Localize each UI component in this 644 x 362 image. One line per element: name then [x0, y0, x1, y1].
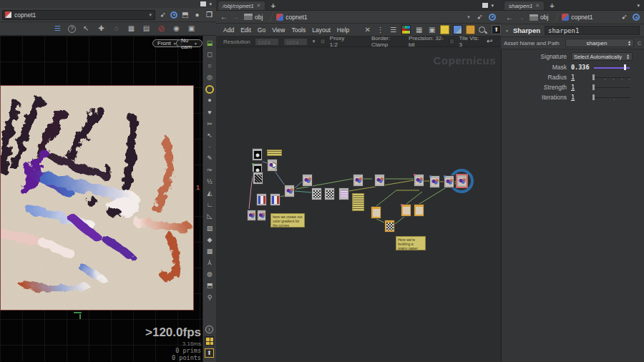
cop-node[interactable]: [284, 185, 295, 197]
camera-export-icon[interactable]: ⬆: [205, 348, 214, 358]
export-box-icon[interactable]: ⬆: [492, 25, 501, 34]
radius-slider[interactable]: [592, 74, 630, 81]
forward-arrow-icon[interactable]: →: [232, 13, 239, 21]
reset-arrow-icon[interactable]: ↩: [485, 37, 494, 47]
menu-tools[interactable]: Tools: [291, 26, 306, 34]
curve-draw-icon[interactable]: ◺: [205, 212, 214, 221]
gallery-icon[interactable]: [466, 25, 475, 34]
iterations-slider[interactable]: [592, 94, 630, 101]
lock-icon[interactable]: ◻: [205, 50, 214, 59]
tile-vis-checkbox[interactable]: [449, 39, 454, 44]
cop-node[interactable]: [270, 193, 280, 206]
forward-arrow-icon[interactable]: →: [517, 14, 525, 21]
cop-node[interactable]: [247, 210, 256, 221]
menu-go[interactable]: Go: [258, 26, 265, 34]
cop-node[interactable]: [302, 174, 313, 187]
menu-edit[interactable]: Edit: [240, 26, 251, 34]
cop-node[interactable]: [374, 174, 385, 187]
pane-menu-chevron-icon[interactable]: ▾: [209, 1, 212, 7]
tile-vis-label[interactable]: Tile Vis: 3: [459, 35, 481, 48]
node-list-icon[interactable]: ☰: [389, 25, 398, 34]
camera-menu-button[interactable]: No cam ▼: [176, 39, 203, 47]
sticky-note-paper[interactable]: Here we're building a grainy paper textu…: [396, 236, 426, 250]
cop-node[interactable]: [429, 175, 440, 188]
cop-node[interactable]: [253, 172, 263, 185]
perspective-cube-icon[interactable]: ⬒: [180, 10, 190, 19]
radial-menu-icon[interactable]: [633, 14, 640, 21]
help-icon[interactable]: ?: [68, 25, 76, 33]
grid-yellow-icon[interactable]: [205, 336, 214, 346]
breadcrumb-copnet[interactable]: copnet1: [273, 14, 310, 21]
menu-view[interactable]: View: [272, 26, 285, 34]
select-lasso-icon[interactable]: ◌: [112, 24, 121, 34]
viewport-path-select[interactable]: copnet1 ▼: [2, 10, 155, 20]
new-tab-button[interactable]: +: [550, 1, 554, 10]
floating-panel-icon[interactable]: ❐: [205, 10, 214, 19]
tripod-axis-icon[interactable]: ⅄: [205, 259, 214, 268]
viewport-canvas[interactable]: Front ▼ No cam ▼ 1 >120.0fps 3.16ms 0 pr…: [0, 36, 203, 362]
cop-node[interactable]: [401, 204, 411, 217]
iterations-value-field[interactable]: 1: [571, 94, 575, 101]
location-pin-icon[interactable]: ⚲: [205, 293, 214, 302]
menu-add[interactable]: Add: [223, 26, 234, 34]
network-canvas[interactable]: Copernicus here we create out color grad…: [216, 47, 501, 362]
asset-select[interactable]: sharpen ▲▼: [565, 39, 634, 47]
back-arrow-icon[interactable]: ←: [506, 14, 513, 21]
box-upload-icon[interactable]: ⬒: [205, 282, 214, 290]
pliers-tool-icon[interactable]: ✂: [205, 119, 214, 128]
node-name-field[interactable]: sharpen1: [545, 26, 640, 35]
render-flipbook-icon[interactable]: ◉: [172, 24, 181, 34]
chevron-down-icon[interactable]: ▼: [148, 13, 152, 17]
resolution-chevron-icon[interactable]: ▼: [312, 39, 316, 44]
collapse-chevron-icon[interactable]: ▼: [505, 29, 509, 33]
breadcrumb-obj[interactable]: obj: [241, 14, 265, 21]
cop-node[interactable]: [371, 206, 381, 219]
cop-node[interactable]: [257, 210, 266, 221]
select-handles-icon[interactable]: ✚: [97, 24, 106, 34]
tools-wrench-icon[interactable]: ✕: [363, 25, 372, 34]
cop-node[interactable]: [324, 187, 335, 200]
layout-grid-icon[interactable]: ▦: [414, 25, 424, 34]
radial-menu-icon[interactable]: [170, 11, 177, 19]
cop-node[interactable]: [256, 193, 267, 206]
circle-button-icon[interactable]: ◍: [205, 270, 214, 279]
texture-checker-icon[interactable]: ▨: [205, 224, 214, 233]
radius-value-field[interactable]: 1: [571, 74, 575, 81]
view-photo-icon[interactable]: ▤: [142, 24, 151, 34]
pose-tool-icon[interactable]: ▦: [127, 24, 136, 34]
close-tab-icon[interactable]: ✕: [535, 3, 540, 9]
snapshot-icon[interactable]: [453, 25, 462, 34]
viewport-pane-controls[interactable]: ▾: [200, 1, 212, 7]
mask-slider[interactable]: [594, 64, 630, 71]
sticky-note-icon[interactable]: [440, 25, 449, 34]
pin-icon[interactable]: ➶: [475, 12, 484, 21]
sticky-note-color[interactable]: here we create out color gradient for th…: [270, 213, 305, 228]
viewport-settings-icon[interactable]: ▣: [187, 24, 196, 34]
tree-view-icon[interactable]: ⋮: [376, 25, 385, 34]
cop-node[interactable]: [457, 175, 467, 187]
cursor-plus-icon[interactable]: ↖: [205, 132, 214, 140]
color-palette-icon[interactable]: [401, 25, 411, 34]
precision-label[interactable]: Precision: 32-bit: [409, 35, 445, 48]
signature-select[interactable]: Select Automatically ▲▼: [571, 52, 633, 61]
border-label[interactable]: Border: Clamp: [371, 35, 404, 48]
back-arrow-icon[interactable]: ←: [220, 13, 228, 21]
cop-node[interactable]: [384, 220, 395, 233]
light-bulb-icon[interactable]: ○: [205, 62, 214, 70]
cop-node[interactable]: [252, 148, 263, 161]
param-pane-controls[interactable]: ▾: [637, 3, 640, 9]
cop-node[interactable]: [414, 204, 424, 217]
pin-icon[interactable]: ➶: [620, 13, 629, 22]
network-pane-controls[interactable]: ▾: [482, 3, 494, 9]
number-input-icon[interactable]: ½: [205, 177, 214, 186]
pane-menu-chevron-icon[interactable]: ▾: [491, 3, 494, 9]
strength-value-field[interactable]: 1: [571, 84, 575, 91]
import-node-icon[interactable]: ⬓: [205, 39, 214, 47]
menu-layout[interactable]: Layout: [312, 26, 331, 34]
character-mode-icon[interactable]: ●: [192, 10, 202, 19]
breadcrumb-copnet[interactable]: copnet1: [559, 14, 595, 21]
select-arrow-icon[interactable]: ↖: [82, 24, 91, 34]
strength-slider[interactable]: [592, 84, 630, 91]
character-pose-icon[interactable]: ●: [205, 97, 214, 105]
menu-help[interactable]: Help: [337, 26, 349, 34]
